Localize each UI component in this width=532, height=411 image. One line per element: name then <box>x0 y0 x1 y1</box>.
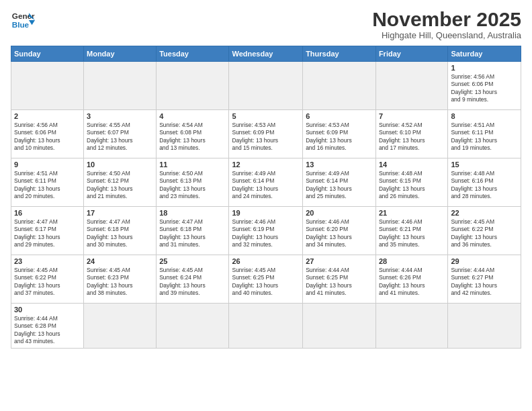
weekday-header-wednesday: Wednesday <box>229 46 303 62</box>
header: General Blue November 2025 Highgate Hill… <box>11 8 521 40</box>
weekday-header-monday: Monday <box>84 46 157 62</box>
day-number: 7 <box>379 112 445 120</box>
calendar-cell: 26Sunrise: 4:45 AMSunset: 6:25 PMDayligh… <box>229 255 303 304</box>
calendar-cell: 18Sunrise: 4:47 AMSunset: 6:18 PMDayligh… <box>157 207 229 255</box>
day-info: Sunrise: 4:48 AMSunset: 6:15 PMDaylight:… <box>379 170 445 201</box>
weekday-header-thursday: Thursday <box>303 46 376 62</box>
day-number: 20 <box>306 209 373 217</box>
calendar-cell: 30Sunrise: 4:44 AMSunset: 6:28 PMDayligh… <box>11 304 84 349</box>
day-info: Sunrise: 4:48 AMSunset: 6:16 PMDaylight:… <box>451 170 518 201</box>
calendar-cell: 27Sunrise: 4:44 AMSunset: 6:25 PMDayligh… <box>303 255 376 304</box>
day-info: Sunrise: 4:51 AMSunset: 6:11 PMDaylight:… <box>14 170 81 201</box>
calendar-cell: 9Sunrise: 4:51 AMSunset: 6:11 PMDaylight… <box>11 158 84 207</box>
weekday-header-tuesday: Tuesday <box>157 46 229 62</box>
day-number: 1 <box>451 64 518 72</box>
calendar-cell: 29Sunrise: 4:44 AMSunset: 6:27 PMDayligh… <box>448 255 521 304</box>
day-info: Sunrise: 4:45 AMSunset: 6:25 PMDaylight:… <box>232 267 300 298</box>
title-block: November 2025 Highgate Hill, Queensland,… <box>372 8 521 40</box>
svg-text:General: General <box>12 11 35 20</box>
day-number: 17 <box>87 209 153 217</box>
day-info: Sunrise: 4:53 AMSunset: 6:09 PMDaylight:… <box>306 122 373 152</box>
day-number: 12 <box>232 161 300 169</box>
weekday-header-sunday: Sunday <box>11 46 84 62</box>
day-info: Sunrise: 4:54 AMSunset: 6:08 PMDaylight:… <box>159 122 226 152</box>
day-info: Sunrise: 4:52 AMSunset: 6:10 PMDaylight:… <box>379 122 445 152</box>
day-number: 6 <box>306 112 373 120</box>
day-number: 10 <box>87 161 153 169</box>
weekday-header-saturday: Saturday <box>448 46 521 62</box>
day-info: Sunrise: 4:56 AMSunset: 6:06 PMDaylight:… <box>451 73 518 104</box>
day-number: 2 <box>14 112 81 120</box>
day-info: Sunrise: 4:49 AMSunset: 6:14 PMDaylight:… <box>232 170 300 201</box>
calendar-table: SundayMondayTuesdayWednesdayThursdayFrid… <box>11 46 521 349</box>
day-info: Sunrise: 4:45 AMSunset: 6:22 PMDaylight:… <box>14 267 81 298</box>
calendar-cell: 1Sunrise: 4:56 AMSunset: 6:06 PMDaylight… <box>448 62 521 110</box>
svg-marker-3 <box>29 20 35 25</box>
calendar-week-row: 30Sunrise: 4:44 AMSunset: 6:28 PMDayligh… <box>11 304 521 349</box>
day-number: 8 <box>451 112 518 120</box>
calendar-cell: 8Sunrise: 4:51 AMSunset: 6:11 PMDaylight… <box>448 110 521 158</box>
calendar-cell: 7Sunrise: 4:52 AMSunset: 6:10 PMDaylight… <box>375 110 447 158</box>
calendar-cell: 6Sunrise: 4:53 AMSunset: 6:09 PMDaylight… <box>303 110 376 158</box>
calendar-cell <box>84 62 157 110</box>
day-info: Sunrise: 4:56 AMSunset: 6:06 PMDaylight:… <box>14 122 81 152</box>
calendar-week-row: 16Sunrise: 4:47 AMSunset: 6:17 PMDayligh… <box>11 207 521 255</box>
calendar-cell: 2Sunrise: 4:56 AMSunset: 6:06 PMDaylight… <box>11 110 84 158</box>
day-info: Sunrise: 4:51 AMSunset: 6:11 PMDaylight:… <box>451 122 518 152</box>
day-number: 24 <box>87 257 153 265</box>
day-number: 27 <box>306 257 373 265</box>
day-number: 13 <box>306 161 373 169</box>
calendar-week-row: 1Sunrise: 4:56 AMSunset: 6:06 PMDaylight… <box>11 62 521 110</box>
day-info: Sunrise: 4:46 AMSunset: 6:20 PMDaylight:… <box>306 218 373 249</box>
day-number: 26 <box>232 257 300 265</box>
day-number: 28 <box>379 257 445 265</box>
calendar-cell: 19Sunrise: 4:46 AMSunset: 6:19 PMDayligh… <box>229 207 303 255</box>
day-info: Sunrise: 4:45 AMSunset: 6:24 PMDaylight:… <box>159 267 226 298</box>
day-info: Sunrise: 4:50 AMSunset: 6:13 PMDaylight:… <box>159 170 226 201</box>
day-info: Sunrise: 4:47 AMSunset: 6:18 PMDaylight:… <box>159 218 226 249</box>
calendar-week-row: 23Sunrise: 4:45 AMSunset: 6:22 PMDayligh… <box>11 255 521 304</box>
page: General Blue November 2025 Highgate Hill… <box>0 0 532 411</box>
calendar-cell: 4Sunrise: 4:54 AMSunset: 6:08 PMDaylight… <box>157 110 229 158</box>
calendar-cell <box>375 62 447 110</box>
location: Highgate Hill, Queensland, Australia <box>372 30 521 40</box>
day-info: Sunrise: 4:44 AMSunset: 6:26 PMDaylight:… <box>379 267 445 298</box>
day-number: 25 <box>159 257 226 265</box>
logo-icon: General Blue <box>11 8 35 32</box>
day-number: 30 <box>14 306 81 314</box>
calendar-cell: 16Sunrise: 4:47 AMSunset: 6:17 PMDayligh… <box>11 207 84 255</box>
calendar-cell <box>448 304 521 349</box>
calendar-cell: 12Sunrise: 4:49 AMSunset: 6:14 PMDayligh… <box>229 158 303 207</box>
calendar-cell: 28Sunrise: 4:44 AMSunset: 6:26 PMDayligh… <box>375 255 447 304</box>
calendar-cell: 21Sunrise: 4:46 AMSunset: 6:21 PMDayligh… <box>375 207 447 255</box>
calendar-cell: 24Sunrise: 4:45 AMSunset: 6:23 PMDayligh… <box>84 255 157 304</box>
day-number: 29 <box>451 257 518 265</box>
calendar-cell: 11Sunrise: 4:50 AMSunset: 6:13 PMDayligh… <box>157 158 229 207</box>
calendar-cell <box>229 62 303 110</box>
day-info: Sunrise: 4:45 AMSunset: 6:23 PMDaylight:… <box>87 267 153 298</box>
day-info: Sunrise: 4:44 AMSunset: 6:28 PMDaylight:… <box>14 315 81 346</box>
month-title: November 2025 <box>372 8 521 30</box>
day-number: 4 <box>159 112 226 120</box>
calendar-cell <box>375 304 447 349</box>
day-number: 18 <box>159 209 226 217</box>
calendar-cell <box>303 304 376 349</box>
weekday-header-friday: Friday <box>375 46 447 62</box>
calendar-cell <box>157 304 229 349</box>
calendar-week-row: 2Sunrise: 4:56 AMSunset: 6:06 PMDaylight… <box>11 110 521 158</box>
day-number: 14 <box>379 161 445 169</box>
day-info: Sunrise: 4:50 AMSunset: 6:12 PMDaylight:… <box>87 170 153 201</box>
calendar-cell <box>157 62 229 110</box>
day-info: Sunrise: 4:44 AMSunset: 6:25 PMDaylight:… <box>306 267 373 298</box>
day-info: Sunrise: 4:49 AMSunset: 6:14 PMDaylight:… <box>306 170 373 201</box>
day-number: 11 <box>159 161 226 169</box>
calendar-cell: 20Sunrise: 4:46 AMSunset: 6:20 PMDayligh… <box>303 207 376 255</box>
calendar-cell <box>303 62 376 110</box>
day-number: 15 <box>451 161 518 169</box>
calendar-cell <box>84 304 157 349</box>
day-info: Sunrise: 4:47 AMSunset: 6:17 PMDaylight:… <box>14 218 81 249</box>
day-info: Sunrise: 4:46 AMSunset: 6:21 PMDaylight:… <box>379 218 445 249</box>
calendar-cell: 25Sunrise: 4:45 AMSunset: 6:24 PMDayligh… <box>157 255 229 304</box>
calendar-cell: 15Sunrise: 4:48 AMSunset: 6:16 PMDayligh… <box>448 158 521 207</box>
day-number: 21 <box>379 209 445 217</box>
